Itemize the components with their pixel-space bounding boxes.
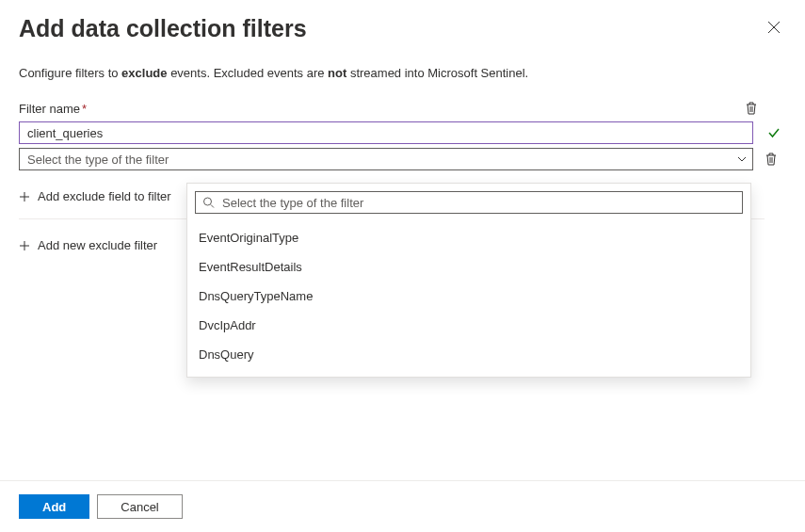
checkmark-icon: [767, 126, 781, 139]
required-indicator: *: [82, 102, 87, 116]
description-text: Configure filters to exclude events. Exc…: [19, 65, 786, 82]
dropdown-option[interactable]: DnsQueryTypeName: [195, 282, 743, 311]
cancel-button[interactable]: Cancel: [97, 494, 182, 519]
footer: Add Cancel: [0, 480, 805, 532]
add-button[interactable]: Add: [19, 494, 89, 519]
close-button[interactable]: [762, 15, 786, 40]
add-exclude-field-label: Add exclude field to filter: [38, 189, 171, 203]
trash-icon: [745, 101, 758, 116]
dropdown-option[interactable]: EventResultDetails: [195, 252, 743, 282]
dropdown-option[interactable]: DnsQuery: [195, 340, 743, 369]
filter-name-label: Filter name: [19, 102, 80, 116]
filter-name-input[interactable]: [19, 121, 753, 144]
dropdown-search-input[interactable]: [195, 191, 743, 214]
panel-title: Add data collection filters: [19, 15, 307, 42]
filter-type-select[interactable]: Select the type of the filter: [19, 148, 753, 170]
plus-icon: [19, 191, 30, 202]
add-new-exclude-filter-label: Add new exclude filter: [38, 238, 157, 252]
filter-type-dropdown: EventOriginalType EventResultDetails Dns…: [186, 183, 751, 378]
delete-filter-button[interactable]: [743, 99, 760, 118]
plus-icon: [19, 240, 30, 251]
trash-icon: [765, 152, 778, 167]
search-icon: [202, 197, 215, 209]
delete-type-button[interactable]: [763, 150, 780, 169]
svg-point-0: [204, 198, 212, 205]
dropdown-option[interactable]: DvcIpAddr: [195, 311, 743, 340]
dropdown-option[interactable]: EventOriginalType: [195, 223, 743, 252]
close-icon: [767, 21, 781, 34]
